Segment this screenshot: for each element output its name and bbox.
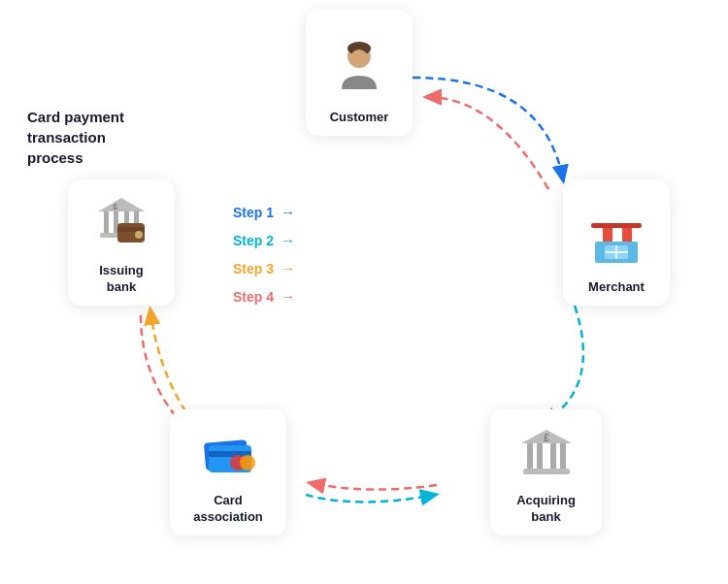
diagram-container: Card payment transaction process <box>0 0 728 584</box>
svg-text:£: £ <box>544 433 549 443</box>
step-3-arrow: → <box>281 260 295 276</box>
merchant-icon <box>582 206 650 274</box>
svg-rect-23 <box>560 443 566 469</box>
svg-text:£: £ <box>113 202 117 211</box>
svg-rect-38 <box>117 227 145 232</box>
svg-point-39 <box>135 231 143 239</box>
node-acquiring: £ Acquiringbank <box>490 409 602 535</box>
step-2: Step 2 → <box>233 232 295 248</box>
svg-rect-18 <box>591 223 642 228</box>
node-card-association: Cardassociation <box>170 409 286 535</box>
svg-rect-11 <box>593 226 603 242</box>
svg-point-30 <box>240 455 255 470</box>
customer-icon <box>325 36 393 104</box>
issuing-label: Issuingbank <box>99 263 144 296</box>
card-association-icon <box>194 419 262 487</box>
merchant-label: Merchant <box>588 279 645 296</box>
svg-rect-22 <box>550 443 556 469</box>
step-4-arrow: → <box>281 288 295 305</box>
svg-rect-12 <box>612 226 622 242</box>
step-1: Step 1 → <box>233 204 295 220</box>
step-4: Step 4 → <box>233 288 295 305</box>
issuing-icon: £ <box>87 189 155 257</box>
svg-point-9 <box>350 49 368 67</box>
step-3-label: Step 3 <box>233 261 274 276</box>
svg-marker-31 <box>98 198 145 211</box>
step-1-arrow: → <box>281 204 295 220</box>
diagram-title: Card payment transaction process <box>27 107 124 168</box>
acquiring-icon: £ <box>513 419 580 487</box>
step-3: Step 3 → <box>233 260 295 276</box>
card-association-label: Cardassociation <box>193 493 263 526</box>
svg-rect-24 <box>523 469 570 474</box>
step-2-label: Step 2 <box>233 233 274 248</box>
node-issuing: £ Issuingbank <box>68 179 175 306</box>
step-4-label: Step 4 <box>233 289 274 305</box>
acquiring-label: Acquiringbank <box>516 493 576 526</box>
svg-rect-21 <box>537 443 543 469</box>
step-1-label: Step 1 <box>233 205 274 220</box>
svg-rect-13 <box>632 226 640 242</box>
step-2-arrow: → <box>281 232 295 248</box>
node-customer: Customer <box>306 10 413 136</box>
svg-rect-32 <box>104 211 109 233</box>
steps-panel: Step 1 → Step 2 → Step 3 → Step 4 → <box>233 204 295 305</box>
svg-rect-20 <box>527 443 533 469</box>
customer-label: Customer <box>330 110 389 126</box>
node-merchant: Merchant <box>563 179 670 306</box>
